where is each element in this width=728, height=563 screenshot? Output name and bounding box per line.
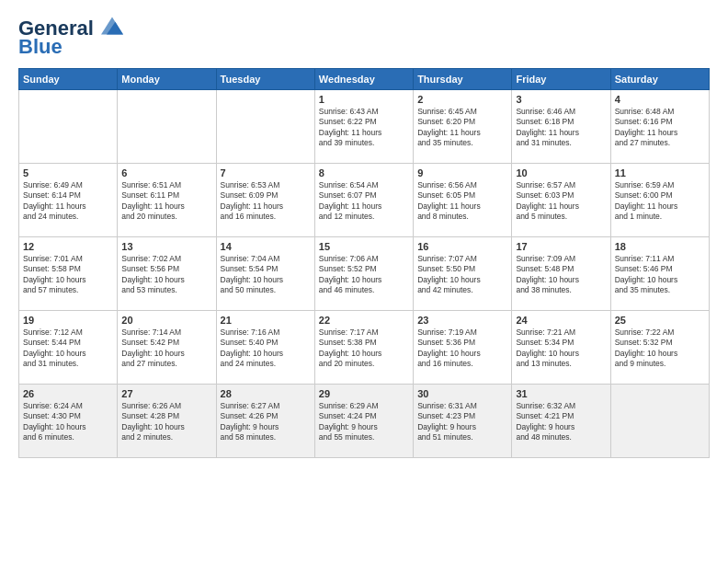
calendar-cell: 31Sunrise: 6:32 AM Sunset: 4:21 PM Dayli… xyxy=(512,385,610,458)
calendar-cell: 3Sunrise: 6:46 AM Sunset: 6:18 PM Daylig… xyxy=(512,90,610,164)
cell-text: Sunrise: 7:16 AM Sunset: 5:40 PM Dayligh… xyxy=(221,327,311,370)
calendar-cell: 6Sunrise: 6:51 AM Sunset: 6:11 PM Daylig… xyxy=(118,164,216,237)
day-number: 22 xyxy=(319,315,409,326)
day-number: 2 xyxy=(417,94,507,105)
cell-text: Sunrise: 6:56 AM Sunset: 6:05 PM Dayligh… xyxy=(417,180,507,223)
day-number: 15 xyxy=(319,241,409,252)
day-number: 25 xyxy=(615,315,705,326)
calendar-cell: 12Sunrise: 7:01 AM Sunset: 5:58 PM Dayli… xyxy=(19,237,118,311)
page: General Blue SundayMondayTuesdayWednesda… xyxy=(0,0,728,563)
day-number: 1 xyxy=(319,94,409,105)
cell-text: Sunrise: 7:12 AM Sunset: 5:44 PM Dayligh… xyxy=(23,327,113,370)
day-number: 18 xyxy=(615,241,705,252)
calendar-cell: 10Sunrise: 6:57 AM Sunset: 6:03 PM Dayli… xyxy=(512,164,610,237)
day-number: 29 xyxy=(319,388,409,399)
day-number: 12 xyxy=(23,241,113,252)
cell-text: Sunrise: 6:24 AM Sunset: 4:30 PM Dayligh… xyxy=(23,401,113,443)
cell-text: Sunrise: 7:11 AM Sunset: 5:46 PM Dayligh… xyxy=(615,254,705,296)
calendar-cell: 13Sunrise: 7:02 AM Sunset: 5:56 PM Dayli… xyxy=(118,237,216,311)
day-number: 28 xyxy=(221,388,311,399)
cell-text: Sunrise: 6:59 AM Sunset: 6:00 PM Dayligh… xyxy=(615,180,705,223)
calendar-cell: 30Sunrise: 6:31 AM Sunset: 4:23 PM Dayli… xyxy=(414,385,512,458)
calendar-cell: 15Sunrise: 7:06 AM Sunset: 5:52 PM Dayli… xyxy=(314,237,413,311)
week-row-1: 1Sunrise: 6:43 AM Sunset: 6:22 PM Daylig… xyxy=(19,90,710,164)
calendar-cell: 25Sunrise: 7:22 AM Sunset: 5:32 PM Dayli… xyxy=(610,311,709,385)
week-row-2: 5Sunrise: 6:49 AM Sunset: 6:14 PM Daylig… xyxy=(19,164,710,237)
cell-text: Sunrise: 6:43 AM Sunset: 6:22 PM Dayligh… xyxy=(319,107,409,149)
day-number: 16 xyxy=(417,241,507,252)
week-row-4: 19Sunrise: 7:12 AM Sunset: 5:44 PM Dayli… xyxy=(19,311,710,385)
calendar-cell: 24Sunrise: 7:21 AM Sunset: 5:34 PM Dayli… xyxy=(512,311,610,385)
calendar-cell: 2Sunrise: 6:45 AM Sunset: 6:20 PM Daylig… xyxy=(414,90,512,164)
cell-text: Sunrise: 7:04 AM Sunset: 5:54 PM Dayligh… xyxy=(221,254,311,296)
calendar-cell xyxy=(118,90,216,164)
calendar-cell: 14Sunrise: 7:04 AM Sunset: 5:54 PM Dayli… xyxy=(216,237,314,311)
weekday-header-thursday: Thursday xyxy=(414,69,512,90)
calendar-table: SundayMondayTuesdayWednesdayThursdayFrid… xyxy=(18,68,710,458)
calendar-cell: 7Sunrise: 6:53 AM Sunset: 6:09 PM Daylig… xyxy=(216,164,314,237)
calendar-cell xyxy=(19,90,118,164)
calendar-cell: 28Sunrise: 6:27 AM Sunset: 4:26 PM Dayli… xyxy=(216,385,314,458)
weekday-header-tuesday: Tuesday xyxy=(216,69,314,90)
day-number: 30 xyxy=(417,388,507,399)
calendar-cell: 20Sunrise: 7:14 AM Sunset: 5:42 PM Dayli… xyxy=(118,311,216,385)
calendar-cell xyxy=(610,385,709,458)
cell-text: Sunrise: 7:01 AM Sunset: 5:58 PM Dayligh… xyxy=(23,254,113,296)
cell-text: Sunrise: 6:31 AM Sunset: 4:23 PM Dayligh… xyxy=(417,401,507,443)
calendar-cell: 23Sunrise: 7:19 AM Sunset: 5:36 PM Dayli… xyxy=(414,311,512,385)
cell-text: Sunrise: 6:57 AM Sunset: 6:03 PM Dayligh… xyxy=(516,180,606,223)
calendar-cell: 16Sunrise: 7:07 AM Sunset: 5:50 PM Dayli… xyxy=(414,237,512,311)
cell-text: Sunrise: 6:48 AM Sunset: 6:16 PM Dayligh… xyxy=(615,107,705,149)
cell-text: Sunrise: 7:14 AM Sunset: 5:42 PM Dayligh… xyxy=(121,327,211,370)
logo: General Blue xyxy=(18,17,123,59)
day-number: 23 xyxy=(417,315,507,326)
weekday-header-sunday: Sunday xyxy=(19,69,118,90)
day-number: 27 xyxy=(121,388,211,399)
cell-text: Sunrise: 6:32 AM Sunset: 4:21 PM Dayligh… xyxy=(516,401,606,443)
week-row-3: 12Sunrise: 7:01 AM Sunset: 5:58 PM Dayli… xyxy=(19,237,710,311)
cell-text: Sunrise: 7:19 AM Sunset: 5:36 PM Dayligh… xyxy=(417,327,507,370)
day-number: 19 xyxy=(23,315,113,326)
calendar-cell: 8Sunrise: 6:54 AM Sunset: 6:07 PM Daylig… xyxy=(314,164,413,237)
cell-text: Sunrise: 6:26 AM Sunset: 4:28 PM Dayligh… xyxy=(121,401,211,443)
cell-text: Sunrise: 6:53 AM Sunset: 6:09 PM Dayligh… xyxy=(221,180,311,223)
day-number: 5 xyxy=(23,167,113,178)
cell-text: Sunrise: 7:02 AM Sunset: 5:56 PM Dayligh… xyxy=(121,254,211,296)
cell-text: Sunrise: 6:29 AM Sunset: 4:24 PM Dayligh… xyxy=(319,401,409,443)
calendar-cell: 5Sunrise: 6:49 AM Sunset: 6:14 PM Daylig… xyxy=(19,164,118,237)
day-number: 13 xyxy=(121,241,211,252)
calendar-cell: 26Sunrise: 6:24 AM Sunset: 4:30 PM Dayli… xyxy=(19,385,118,458)
calendar-cell: 9Sunrise: 6:56 AM Sunset: 6:05 PM Daylig… xyxy=(414,164,512,237)
weekday-header-wednesday: Wednesday xyxy=(314,69,413,90)
calendar-cell: 17Sunrise: 7:09 AM Sunset: 5:48 PM Dayli… xyxy=(512,237,610,311)
day-number: 6 xyxy=(121,167,211,178)
calendar-cell: 29Sunrise: 6:29 AM Sunset: 4:24 PM Dayli… xyxy=(314,385,413,458)
cell-text: Sunrise: 7:17 AM Sunset: 5:38 PM Dayligh… xyxy=(319,327,409,370)
cell-text: Sunrise: 6:49 AM Sunset: 6:14 PM Dayligh… xyxy=(23,180,113,223)
day-number: 8 xyxy=(319,167,409,178)
calendar-cell: 22Sunrise: 7:17 AM Sunset: 5:38 PM Dayli… xyxy=(314,311,413,385)
weekday-header-saturday: Saturday xyxy=(610,69,709,90)
cell-text: Sunrise: 6:46 AM Sunset: 6:18 PM Dayligh… xyxy=(516,107,606,149)
cell-text: Sunrise: 7:21 AM Sunset: 5:34 PM Dayligh… xyxy=(516,327,606,370)
cell-text: Sunrise: 6:54 AM Sunset: 6:07 PM Dayligh… xyxy=(319,180,409,223)
cell-text: Sunrise: 6:51 AM Sunset: 6:11 PM Dayligh… xyxy=(121,180,211,223)
day-number: 17 xyxy=(516,241,606,252)
day-number: 4 xyxy=(615,94,705,105)
calendar-cell: 4Sunrise: 6:48 AM Sunset: 6:16 PM Daylig… xyxy=(610,90,709,164)
logo-icon xyxy=(101,17,123,35)
week-row-5: 26Sunrise: 6:24 AM Sunset: 4:30 PM Dayli… xyxy=(19,385,710,458)
day-number: 24 xyxy=(516,315,606,326)
day-number: 14 xyxy=(221,241,311,252)
calendar-cell: 1Sunrise: 6:43 AM Sunset: 6:22 PM Daylig… xyxy=(314,90,413,164)
cell-text: Sunrise: 6:45 AM Sunset: 6:20 PM Dayligh… xyxy=(417,107,507,149)
cell-text: Sunrise: 7:22 AM Sunset: 5:32 PM Dayligh… xyxy=(615,327,705,370)
weekday-header-row: SundayMondayTuesdayWednesdayThursdayFrid… xyxy=(19,69,710,90)
cell-text: Sunrise: 7:07 AM Sunset: 5:50 PM Dayligh… xyxy=(417,254,507,296)
calendar-cell: 21Sunrise: 7:16 AM Sunset: 5:40 PM Dayli… xyxy=(216,311,314,385)
calendar-cell: 19Sunrise: 7:12 AM Sunset: 5:44 PM Dayli… xyxy=(19,311,118,385)
cell-text: Sunrise: 7:06 AM Sunset: 5:52 PM Dayligh… xyxy=(319,254,409,296)
day-number: 3 xyxy=(516,94,606,105)
calendar-cell xyxy=(216,90,314,164)
weekday-header-friday: Friday xyxy=(512,69,610,90)
